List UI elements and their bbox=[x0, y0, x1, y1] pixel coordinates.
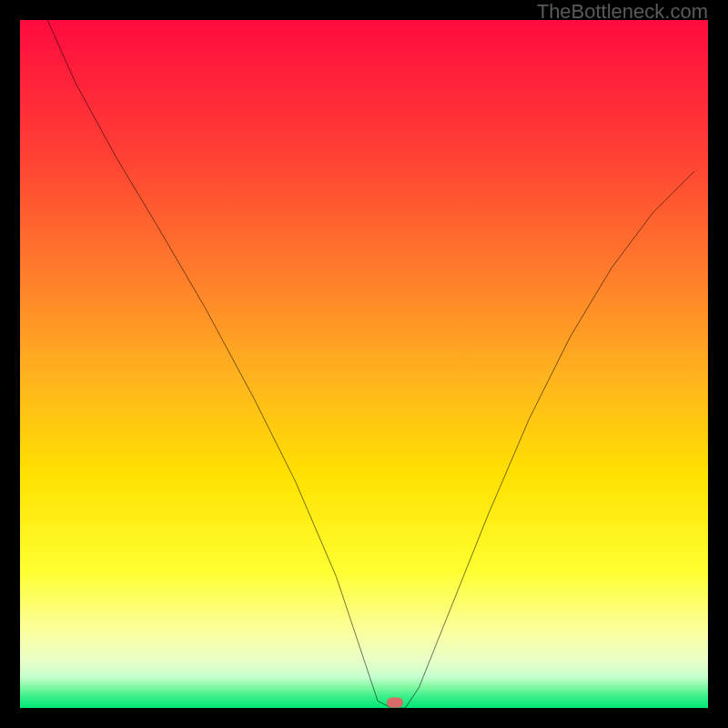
curve-path bbox=[47, 20, 694, 708]
bottleneck-curve bbox=[20, 20, 708, 708]
optimum-marker bbox=[387, 697, 403, 707]
plot-area bbox=[20, 20, 708, 708]
watermark-text: TheBottleneck.com bbox=[537, 0, 708, 24]
chart-frame: TheBottleneck.com bbox=[0, 0, 728, 728]
